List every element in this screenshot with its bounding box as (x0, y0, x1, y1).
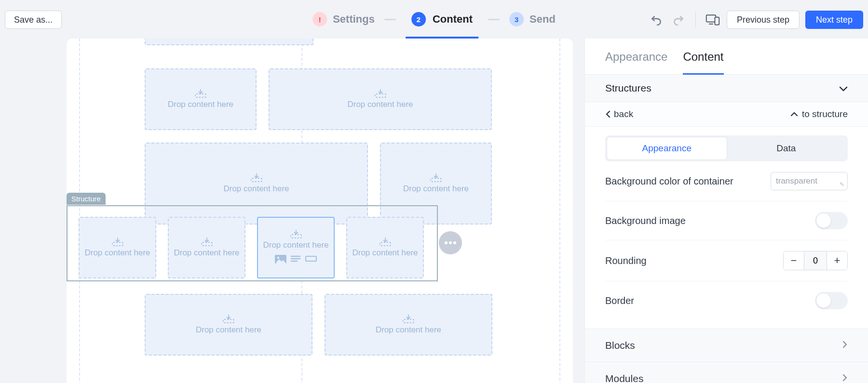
drop-zone-selected[interactable]: Drop content here (257, 217, 335, 278)
drop-zone-label: Drop content here (352, 248, 418, 258)
field-border: Border (605, 281, 848, 320)
drop-zone[interactable] (145, 39, 313, 45)
top-right-controls: Previous step Next step (648, 11, 863, 29)
svg-point-21 (277, 256, 279, 258)
block-type-hints (275, 255, 317, 266)
seg-appearance[interactable]: Appearance (607, 137, 727, 159)
svg-point-12 (449, 241, 452, 244)
guide-line (559, 39, 560, 383)
step-separator (488, 19, 500, 20)
tab-appearance[interactable]: Appearance (605, 50, 667, 74)
to-structure-link[interactable]: to structure (790, 109, 848, 119)
svg-rect-2 (715, 17, 719, 25)
svg-rect-7 (251, 178, 262, 182)
alert-icon: ! (312, 12, 327, 26)
email-canvas[interactable]: Drop content here Drop content here Drop… (67, 39, 573, 383)
increment-button[interactable]: + (827, 251, 847, 270)
border-toggle[interactable] (815, 292, 848, 309)
structures-body: Appearance Data Background color of cont… (585, 127, 868, 329)
undo-button[interactable] (648, 12, 665, 28)
back-label: back (614, 109, 633, 119)
decrement-button[interactable]: − (784, 251, 804, 270)
drop-zone-label: Drop content here (376, 325, 441, 335)
download-icon (222, 315, 235, 323)
svg-rect-3 (195, 94, 206, 97)
drop-zone-label: Drop content here (168, 100, 233, 109)
drop-zone-label: Drop content here (174, 248, 239, 258)
drop-zone[interactable]: Drop content here (145, 68, 257, 130)
structure-row: Drop content here Drop content here Drop… (79, 217, 424, 278)
drop-zone-label: Drop content here (223, 184, 289, 194)
section-title: Modules (605, 373, 643, 383)
separator (695, 12, 696, 28)
step-number-badge: 3 (509, 12, 524, 26)
drop-zone[interactable]: Drop content here (346, 217, 424, 278)
section-blocks[interactable]: Blocks (585, 329, 868, 362)
field-label: Rounding (605, 255, 647, 266)
drop-zone[interactable]: Drop content here (325, 294, 492, 356)
redo-button[interactable] (670, 12, 687, 28)
step-settings[interactable]: ! Settings (312, 12, 375, 26)
drop-zone[interactable]: Drop content here (269, 68, 492, 130)
section-modules[interactable]: Modules (585, 362, 868, 383)
bg-color-input[interactable]: transparent ✎ (771, 172, 848, 190)
next-step-button[interactable]: Next step (805, 11, 863, 29)
svg-point-11 (445, 241, 448, 244)
step-content[interactable]: 2 Content (406, 0, 478, 39)
section-title: Blocks (605, 340, 635, 351)
drop-zone-label: Drop content here (347, 100, 413, 109)
svg-rect-30 (403, 319, 414, 323)
previous-step-button[interactable]: Previous step (727, 11, 800, 29)
properties-panel: Appearance Content Structures back to st… (584, 39, 868, 383)
svg-rect-9 (431, 178, 441, 182)
download-icon (374, 89, 387, 98)
drop-zone[interactable]: Drop content here (79, 217, 156, 278)
drop-zone[interactable]: Drop content here (145, 294, 312, 356)
section-title: Structures (605, 82, 651, 94)
download-icon (250, 173, 263, 182)
section-structures[interactable]: Structures (585, 75, 868, 102)
button-block-icon[interactable] (305, 255, 317, 266)
download-icon (402, 315, 415, 323)
structure-badge: Structure (67, 193, 106, 205)
download-icon (194, 89, 207, 98)
appearance-data-toggle: Appearance Data (605, 135, 848, 161)
edit-icon: ✎ (840, 181, 844, 188)
image-block-icon[interactable] (275, 255, 286, 266)
step-number-badge: 2 (411, 12, 426, 26)
field-rounding: Rounding − 0 + (605, 240, 848, 281)
rounding-stepper: − 0 + (783, 251, 848, 270)
svg-rect-25 (306, 256, 316, 261)
structure-row (145, 39, 313, 45)
download-icon (201, 238, 213, 246)
tab-content[interactable]: Content (683, 50, 723, 74)
svg-rect-26 (380, 242, 391, 246)
step-label: Content (433, 13, 473, 26)
step-send[interactable]: 3 Send (509, 12, 556, 26)
structure-breadcrumb: back to structure (585, 102, 868, 127)
download-icon (111, 238, 124, 246)
drop-zone-label: Drop content here (403, 184, 469, 194)
main-area: Drop content here Drop content here Drop… (0, 39, 868, 383)
drop-zone[interactable]: Drop content here (168, 217, 245, 278)
field-label: Border (605, 295, 634, 306)
rounding-value[interactable]: 0 (804, 251, 827, 270)
save-as-button[interactable]: Save as... (5, 11, 62, 29)
svg-rect-16 (202, 242, 212, 246)
top-bar: Save as... ! Settings 2 Content 3 Send (0, 0, 868, 39)
structure-row: Drop content here Drop content here (145, 68, 492, 130)
bg-image-toggle[interactable] (815, 212, 848, 229)
viewport-toggle-button[interactable] (705, 12, 721, 28)
more-actions-button[interactable] (439, 231, 462, 254)
back-link[interactable]: back (605, 109, 633, 119)
download-icon (290, 230, 302, 238)
canvas-area: Drop content here Drop content here Drop… (0, 39, 584, 383)
seg-data[interactable]: Data (727, 137, 846, 159)
step-label: Send (529, 13, 556, 26)
svg-rect-28 (223, 319, 234, 323)
download-icon (430, 173, 442, 182)
svg-rect-14 (112, 242, 123, 246)
download-icon (379, 238, 392, 246)
text-block-icon[interactable] (290, 255, 301, 266)
bg-color-value: transparent (776, 176, 817, 186)
